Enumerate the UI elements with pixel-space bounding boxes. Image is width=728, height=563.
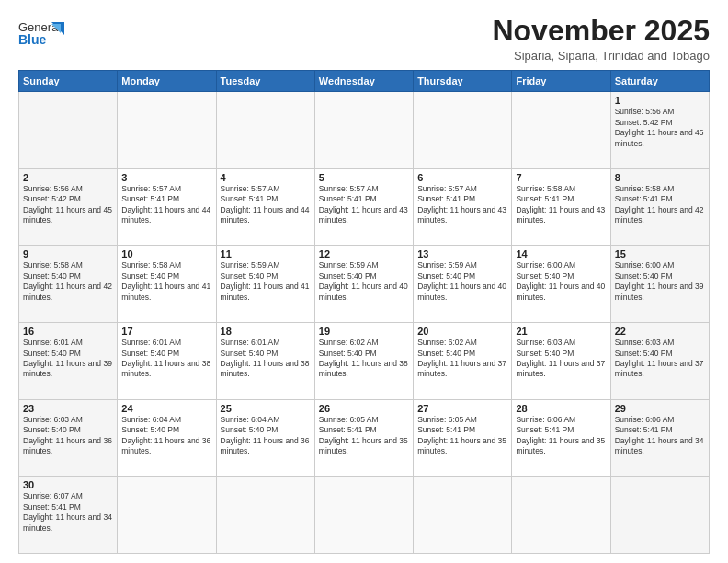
day-info: Sunrise: 5:59 AMSunset: 5:40 PMDaylight:… <box>417 260 507 303</box>
weekday-header-thursday: Thursday <box>414 71 512 92</box>
day-info: Sunrise: 5:58 AMSunset: 5:40 PMDaylight:… <box>121 260 211 303</box>
week-row-2: 2Sunrise: 5:56 AMSunset: 5:42 PMDaylight… <box>19 168 710 246</box>
day-info: Sunrise: 6:05 AMSunset: 5:41 PMDaylight:… <box>319 415 409 457</box>
calendar-cell: 22Sunrise: 6:03 AMSunset: 5:40 PMDayligh… <box>610 323 709 400</box>
calendar-cell <box>216 92 314 169</box>
day-number: 15 <box>615 248 705 259</box>
calendar-cell: 2Sunrise: 5:56 AMSunset: 5:42 PMDaylight… <box>19 168 118 246</box>
day-info: Sunrise: 6:06 AMSunset: 5:41 PMDaylight:… <box>516 415 606 457</box>
calendar-cell: 9Sunrise: 5:58 AMSunset: 5:40 PMDaylight… <box>19 246 118 323</box>
calendar-cell <box>314 92 413 169</box>
calendar-cell <box>512 92 610 169</box>
week-row-3: 9Sunrise: 5:58 AMSunset: 5:40 PMDaylight… <box>19 246 710 323</box>
svg-text:Blue: Blue <box>18 32 47 47</box>
day-info: Sunrise: 6:07 AMSunset: 5:41 PMDaylight:… <box>23 491 113 534</box>
day-number: 18 <box>221 326 311 337</box>
day-info: Sunrise: 5:56 AMSunset: 5:42 PMDaylight:… <box>23 184 113 226</box>
logo: General Blue <box>18 15 66 55</box>
calendar-cell: 27Sunrise: 6:05 AMSunset: 5:41 PMDayligh… <box>414 399 512 477</box>
title-section: November 2025 Siparia, Siparia, Trinidad… <box>492 15 710 63</box>
calendar-cell: 24Sunrise: 6:04 AMSunset: 5:40 PMDayligh… <box>118 399 216 477</box>
calendar-cell: 25Sunrise: 6:04 AMSunset: 5:40 PMDayligh… <box>216 399 314 477</box>
day-number: 25 <box>221 403 311 414</box>
calendar-cell: 19Sunrise: 6:02 AMSunset: 5:40 PMDayligh… <box>314 323 413 400</box>
day-number: 2 <box>23 172 113 183</box>
day-info: Sunrise: 5:57 AMSunset: 5:41 PMDaylight:… <box>121 184 211 226</box>
day-number: 8 <box>615 172 705 183</box>
week-row-6: 30Sunrise: 6:07 AMSunset: 5:41 PMDayligh… <box>19 477 710 554</box>
calendar-cell: 7Sunrise: 5:58 AMSunset: 5:41 PMDaylight… <box>512 168 610 246</box>
day-number: 13 <box>417 248 507 259</box>
calendar-cell: 14Sunrise: 6:00 AMSunset: 5:40 PMDayligh… <box>512 246 610 323</box>
day-number: 27 <box>417 403 507 414</box>
calendar-cell <box>512 477 610 554</box>
day-info: Sunrise: 6:03 AMSunset: 5:40 PMDaylight:… <box>516 338 606 380</box>
calendar-cell: 20Sunrise: 6:02 AMSunset: 5:40 PMDayligh… <box>414 323 512 400</box>
calendar-cell: 10Sunrise: 5:58 AMSunset: 5:40 PMDayligh… <box>118 246 216 323</box>
calendar-cell <box>610 477 709 554</box>
page: General Blue November 2025 Siparia, Sipa… <box>0 0 728 563</box>
day-number: 5 <box>319 172 409 183</box>
calendar-cell: 4Sunrise: 5:57 AMSunset: 5:41 PMDaylight… <box>216 168 314 246</box>
day-info: Sunrise: 6:04 AMSunset: 5:40 PMDaylight:… <box>221 415 311 457</box>
day-number: 28 <box>516 403 606 414</box>
day-info: Sunrise: 6:00 AMSunset: 5:40 PMDaylight:… <box>615 260 705 303</box>
weekday-header-wednesday: Wednesday <box>314 71 413 92</box>
day-info: Sunrise: 6:05 AMSunset: 5:41 PMDaylight:… <box>417 415 507 457</box>
calendar-cell <box>118 92 216 169</box>
calendar-cell <box>314 477 413 554</box>
day-number: 10 <box>121 248 211 259</box>
day-info: Sunrise: 5:59 AMSunset: 5:40 PMDaylight:… <box>319 260 409 303</box>
weekday-header-saturday: Saturday <box>610 71 709 92</box>
logo-icon: General Blue <box>18 15 66 55</box>
weekday-header-tuesday: Tuesday <box>216 71 314 92</box>
calendar-cell: 26Sunrise: 6:05 AMSunset: 5:41 PMDayligh… <box>314 399 413 477</box>
day-info: Sunrise: 6:02 AMSunset: 5:40 PMDaylight:… <box>417 338 507 380</box>
calendar-cell: 13Sunrise: 5:59 AMSunset: 5:40 PMDayligh… <box>414 246 512 323</box>
calendar-cell: 23Sunrise: 6:03 AMSunset: 5:40 PMDayligh… <box>19 399 118 477</box>
calendar-cell <box>19 92 118 169</box>
calendar-cell: 6Sunrise: 5:57 AMSunset: 5:41 PMDaylight… <box>414 168 512 246</box>
weekday-header-friday: Friday <box>512 71 610 92</box>
weekday-header-monday: Monday <box>118 71 216 92</box>
day-number: 6 <box>417 172 507 183</box>
day-number: 20 <box>417 326 507 337</box>
calendar-cell: 1Sunrise: 5:56 AMSunset: 5:42 PMDaylight… <box>610 92 709 169</box>
week-row-5: 23Sunrise: 6:03 AMSunset: 5:40 PMDayligh… <box>19 399 710 477</box>
week-row-1: 1Sunrise: 5:56 AMSunset: 5:42 PMDaylight… <box>19 92 710 169</box>
day-number: 14 <box>516 248 606 259</box>
day-number: 21 <box>516 326 606 337</box>
calendar-cell <box>414 477 512 554</box>
day-info: Sunrise: 5:58 AMSunset: 5:40 PMDaylight:… <box>23 260 113 303</box>
day-info: Sunrise: 6:02 AMSunset: 5:40 PMDaylight:… <box>319 338 409 380</box>
day-info: Sunrise: 6:04 AMSunset: 5:40 PMDaylight:… <box>121 415 211 457</box>
day-info: Sunrise: 6:01 AMSunset: 5:40 PMDaylight:… <box>23 338 113 380</box>
day-number: 7 <box>516 172 606 183</box>
calendar-cell: 29Sunrise: 6:06 AMSunset: 5:41 PMDayligh… <box>610 399 709 477</box>
week-row-4: 16Sunrise: 6:01 AMSunset: 5:40 PMDayligh… <box>19 323 710 400</box>
calendar-cell: 12Sunrise: 5:59 AMSunset: 5:40 PMDayligh… <box>314 246 413 323</box>
calendar-cell: 30Sunrise: 6:07 AMSunset: 5:41 PMDayligh… <box>19 477 118 554</box>
day-number: 11 <box>221 248 311 259</box>
day-info: Sunrise: 5:57 AMSunset: 5:41 PMDaylight:… <box>417 184 507 226</box>
header: General Blue November 2025 Siparia, Sipa… <box>18 15 710 63</box>
subtitle: Siparia, Siparia, Trinidad and Tobago <box>492 49 710 63</box>
calendar-cell: 8Sunrise: 5:58 AMSunset: 5:41 PMDaylight… <box>610 168 709 246</box>
calendar-cell: 16Sunrise: 6:01 AMSunset: 5:40 PMDayligh… <box>19 323 118 400</box>
day-number: 30 <box>23 479 113 490</box>
day-info: Sunrise: 6:03 AMSunset: 5:40 PMDaylight:… <box>615 338 705 380</box>
day-number: 9 <box>23 248 113 259</box>
calendar-cell: 5Sunrise: 5:57 AMSunset: 5:41 PMDaylight… <box>314 168 413 246</box>
calendar-table: SundayMondayTuesdayWednesdayThursdayFrid… <box>18 70 710 554</box>
day-info: Sunrise: 5:59 AMSunset: 5:40 PMDaylight:… <box>221 260 311 303</box>
day-info: Sunrise: 5:58 AMSunset: 5:41 PMDaylight:… <box>516 184 606 226</box>
day-info: Sunrise: 5:56 AMSunset: 5:42 PMDaylight:… <box>615 107 705 149</box>
day-info: Sunrise: 6:00 AMSunset: 5:40 PMDaylight:… <box>516 260 606 303</box>
day-number: 19 <box>319 326 409 337</box>
day-number: 17 <box>121 326 211 337</box>
day-info: Sunrise: 6:03 AMSunset: 5:40 PMDaylight:… <box>23 415 113 457</box>
day-number: 12 <box>319 248 409 259</box>
calendar-cell: 21Sunrise: 6:03 AMSunset: 5:40 PMDayligh… <box>512 323 610 400</box>
month-title: November 2025 <box>492 15 710 47</box>
day-info: Sunrise: 5:57 AMSunset: 5:41 PMDaylight:… <box>221 184 311 226</box>
